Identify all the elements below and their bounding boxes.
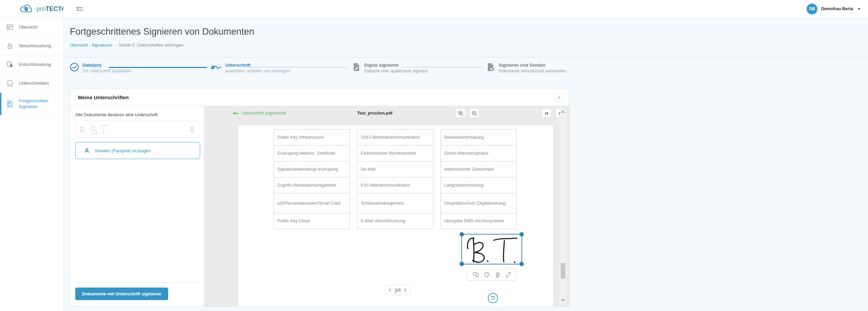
step-subtitle: Dokumente verschlüsselt weiterleiten [499,69,566,73]
table-cell: Langzeitarchivierung [440,177,517,193]
table-cell: Übergabe DMS-/Archivsysteme [440,213,517,229]
rotate-page-button[interactable] [488,293,498,303]
letter-a-icon: A [84,147,89,154]
next-page-button[interactable] [404,288,407,292]
delete-signature-icon[interactable] [189,126,195,133]
step-subtitle: Zur Unterschrift auswählen [82,69,131,73]
sign-documents-button[interactable]: Dokumente mit Unterschrift signieren [75,288,168,300]
resize-handle-bottom-right[interactable] [519,262,524,266]
color-button[interactable] [483,271,491,278]
table-cell: Schlüsselmanagement [357,193,433,213]
page-navigator: 3/3 [384,285,411,295]
signature-thumbnail [89,124,110,135]
stepper-connector [247,67,347,68]
collapse-menu-icon [76,6,84,12]
user-menu[interactable]: DB Demofrau Berta [806,3,861,15]
user-name: Demofrau Berta [821,6,853,11]
palette-icon [484,272,490,278]
page-indicator: 3/3 [395,288,401,293]
logo-wordmark: proTECTr [36,5,64,13]
resize-handle-top-right[interactable] [519,232,524,237]
table-cell: De-Mail [357,161,433,177]
scrollbar-thumb[interactable] [561,263,565,279]
sidebar-item-label: Entschlüsselung [19,62,54,67]
table-cell: Elektronischer Rechtsverkehr [357,145,433,161]
signature-card[interactable] [75,121,200,138]
chevron-left-icon [388,288,391,292]
signature-applied-icon [233,111,239,116]
document-table: Public Key Infrastructure OSCI-Behördenk… [274,129,553,229]
scroll-down-button[interactable] [560,297,566,303]
column-divider [75,282,200,282]
link-icon [505,272,511,278]
signature-squiggle-icon [210,63,222,71]
document-filename: Test_procilon.pdf [327,111,422,116]
document-f-icon [6,100,14,108]
page-title: Fortgeschrittenes Signieren von Dokument… [70,25,868,38]
sidebar-item-label: Unterschreiben [19,81,54,86]
chevron-down-icon [858,8,861,10]
viewer-scrollbar[interactable] [560,108,566,304]
overview-icon [6,23,14,31]
sidebar-item-entschluesselung[interactable]: Entschlüsselung [0,55,63,74]
previous-page-button[interactable] [388,288,391,292]
chevron-right-icon [404,288,407,292]
signature-toolbar [467,269,517,281]
close-panel-button[interactable]: × [555,93,564,102]
zoom-out-button[interactable] [469,108,479,118]
comment-icon [473,272,479,277]
drag-handle-icon[interactable] [80,127,84,132]
delete-button[interactable] [494,271,501,278]
first-page-button[interactable] [542,108,551,118]
resize-handle-top-left[interactable] [460,232,464,237]
lock-icon [6,42,14,50]
sidebar-collapse-button[interactable] [74,5,85,13]
chevron-up-icon [561,111,565,113]
create-initials-label: Initialen (Paraphe) erzeugen [95,148,151,153]
placed-signature[interactable] [461,234,522,264]
panel-header: Meine Unterschriften × [70,89,569,106]
sidebar-item-verschluesselung[interactable]: Verschlüsselung [0,37,63,55]
sidebar-item-label: Verschlüsselung [19,43,54,49]
document-viewer: Unterschrift angebracht Test_procilon.pd… [204,106,569,306]
signature-status: Unterschrift angebracht [233,111,286,116]
create-initials-button[interactable]: A Initialen (Paraphe) erzeugen [75,142,200,159]
zoom-in-button[interactable] [456,108,465,118]
breadcrumb-link-signaturen[interactable]: Signaturen [92,43,112,48]
rotate-icon [490,295,496,301]
status-label: Unterschrift angebracht [242,111,286,116]
total-pages: 3 [398,288,401,293]
main-content: Fortgeschrittenes Signieren von Dokument… [64,18,868,311]
header-divider [64,57,868,57]
table-cell: elektronischer Zeitstempel [440,161,517,177]
table-cell: Integritätsschutz (Digitalisierung) [440,193,517,213]
document-pen-icon [352,63,361,72]
topbar: proTECTr DB Demofrau Berta [0,0,868,18]
comment-button[interactable] [472,271,480,278]
sidebar-item-fortgeschritten-signieren[interactable]: Fortgeschritten Signieren [0,93,63,115]
document-signature-icon [6,80,14,87]
step-unterschrift: Unterschriftauswählen, erstellen und anb… [210,63,290,73]
table-cell: eID/Personalausweis/Smart Card [274,193,350,213]
scroll-up-button[interactable] [560,109,566,115]
check-circle-icon [70,63,79,72]
sidebar-item-uebersicht[interactable]: Übersicht [0,18,63,37]
avatar: DB [806,3,818,15]
step-dateien: Datei(en)Zur Unterschrift auswählen [70,63,131,73]
sidebar: Übersicht Verschlüsselung E [0,18,64,311]
table-cell: Public Key Infrastructure [274,129,350,145]
step-subtitle: auswählen, erstellen und anbringen [225,69,290,73]
resize-handle-bottom-left[interactable] [460,262,464,266]
link-button[interactable] [505,271,512,278]
breadcrumb-current: → Schritt 2: Unterschriften anbringen [113,43,183,48]
pdf-page: Public Key Infrastructure OSCI-Behördenk… [238,125,553,307]
sidebar-item-unterschreiben[interactable]: Unterschreiben [0,74,63,93]
breadcrumb-link-uebersicht[interactable]: Übersicht [70,43,88,48]
step-subtitle: Einfache oder qualifizierte Signatur [364,69,428,73]
table-cell: Zugriffs-/Identitätsmanagement [274,177,350,193]
breadcrumb: Übersicht › Signaturen → Schritt 2: Unte… [70,42,868,48]
document-send-icon [487,63,495,72]
shield-unlock-icon [6,61,14,68]
cloud-shield-logo-icon [19,4,33,14]
signature-list-heading: Alle Dokumente besitzen eine Unterschrif… [75,112,204,117]
